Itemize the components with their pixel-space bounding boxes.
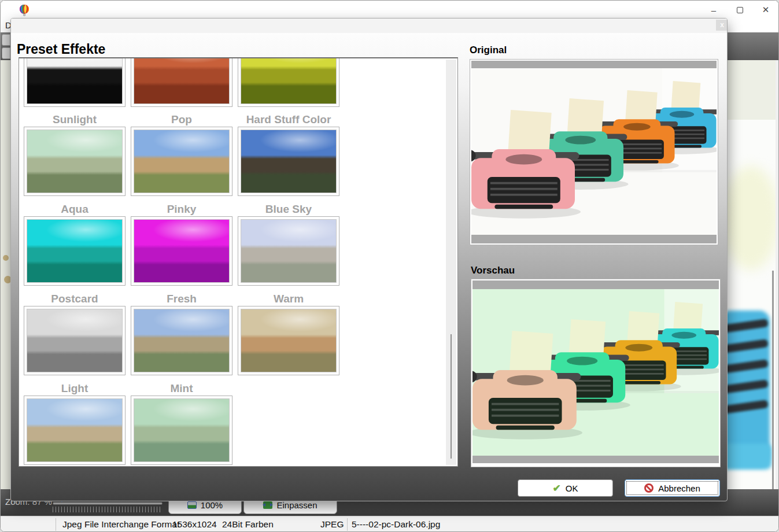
preset-pinky-thumbnail[interactable] [131,216,232,286]
preset-mint-image [134,398,230,462]
preset-sunlight-image [27,130,123,193]
preset-aqua-thumbnail[interactable] [24,216,125,286]
status-dimensions: 1536x1024 [172,516,217,532]
preset-warm-image [241,309,337,372]
photo-fragment-blue-typewriter [728,120,776,532]
preset-effects-dialog: x Preset Effekte SunlightPopHard Stuff C… [10,18,728,501]
main-scrollbar-track[interactable] [776,60,779,489]
letterbox-bar [472,456,719,463]
ok-button[interactable]: ✔ OK [518,479,613,497]
preset-list-scrollbar-track[interactable] [446,60,456,465]
preset-partial-1-image [27,57,123,104]
preset-light-thumbnail[interactable] [24,396,125,465]
preset-fresh-thumbnail[interactable] [131,306,232,375]
status-bar: Jpeg File Interchange Format 1536x1024 2… [1,516,778,532]
preset-pinky-label: Pinky [131,203,232,216]
toolbar-button-fragment[interactable] [2,47,10,59]
preset-pop-label: Pop [131,113,232,126]
dialog-heading: Preset Effekte [17,42,105,57]
main-scrollbar-thumb[interactable] [772,271,774,489]
preset-pop-image [134,130,230,193]
original-label: Original [470,45,507,56]
cancel-button[interactable]: Abbrechen [625,479,720,497]
preset-partial-3-image [241,57,337,104]
preset-postcard-thumbnail[interactable] [24,306,125,375]
preset-partial-2-thumbnail[interactable] [131,57,232,107]
original-image [471,68,717,235]
preset-aqua-label: Aqua [24,203,125,216]
window-minimize-button[interactable]: – [702,2,726,18]
letterbox-bar [471,235,717,243]
check-icon: ✔ [553,483,561,493]
app-logo-balloon-icon [18,4,31,17]
cancel-icon [644,483,654,493]
status-filename: 5----02-pc-Dark-06.jpg [352,516,440,532]
dialog-title-bar [11,19,727,33]
preset-hard-stuff-color-thumbnail[interactable] [238,127,339,196]
status-color-depth: 24Bit Farben [222,516,274,532]
preset-partial-1-thumbnail[interactable] [24,57,125,107]
window-maximize-button[interactable] [728,2,752,18]
preset-sunlight-label: Sunlight [24,113,125,126]
maximize-icon [737,7,743,13]
preview-label: Vorschau [471,265,515,276]
preset-mint-label: Mint [131,382,232,395]
statusbar-separator [347,518,348,531]
preset-partial-2-image [134,57,230,104]
preset-blue-sky-label: Blue Sky [238,203,339,216]
preset-list: SunlightPopHard Stuff ColorAquaPinkyBlue… [19,57,458,467]
zoom-slider-ticks [53,507,163,512]
dialog-close-button[interactable]: x [716,20,728,31]
preset-mint-thumbnail[interactable] [131,396,232,465]
letterbox-bar [471,61,717,68]
image-icon [187,501,197,509]
preset-light-label: Light [24,382,125,395]
preview-image [472,289,719,456]
preset-pop-thumbnail[interactable] [131,127,232,196]
preset-fresh-label: Fresh [131,293,232,305]
toolbar-button-fragment[interactable] [2,34,10,46]
status-file-format: Jpeg File Interchange Format [62,516,179,532]
preset-sunlight-thumbnail[interactable] [24,127,125,196]
preset-warm-label: Warm [238,293,339,305]
preset-postcard-image [27,309,123,372]
fit-icon [263,501,272,509]
preset-pinky-image [134,219,230,283]
preset-blue-sky-thumbnail[interactable] [238,216,339,286]
preset-light-image [27,398,123,462]
statusbar-separator [56,518,56,531]
preview-panel [471,279,721,467]
preset-hard-stuff-color-image [241,130,337,193]
preset-warm-thumbnail[interactable] [238,306,339,375]
window-close-button[interactable]: ✕ [754,2,778,18]
preset-hard-stuff-color-label: Hard Stuff Color [238,113,339,126]
title-bar: – ✕ [1,1,778,19]
zoom-slider-track[interactable] [53,502,163,505]
preset-postcard-label: Postcard [24,293,125,305]
preset-list-scrollbar-thumb[interactable] [451,334,452,459]
app-window: – ✕ Datei Zoom: 87 % [0,0,779,532]
status-codec: JPEG [320,516,344,532]
letterbox-bar [472,280,719,289]
preset-partial-3-thumbnail[interactable] [238,57,339,107]
original-panel [470,59,718,245]
photo-detail-dot [3,255,9,261]
preset-blue-sky-image [241,219,337,283]
preset-fresh-image [134,309,230,372]
preset-aqua-image [27,219,123,283]
